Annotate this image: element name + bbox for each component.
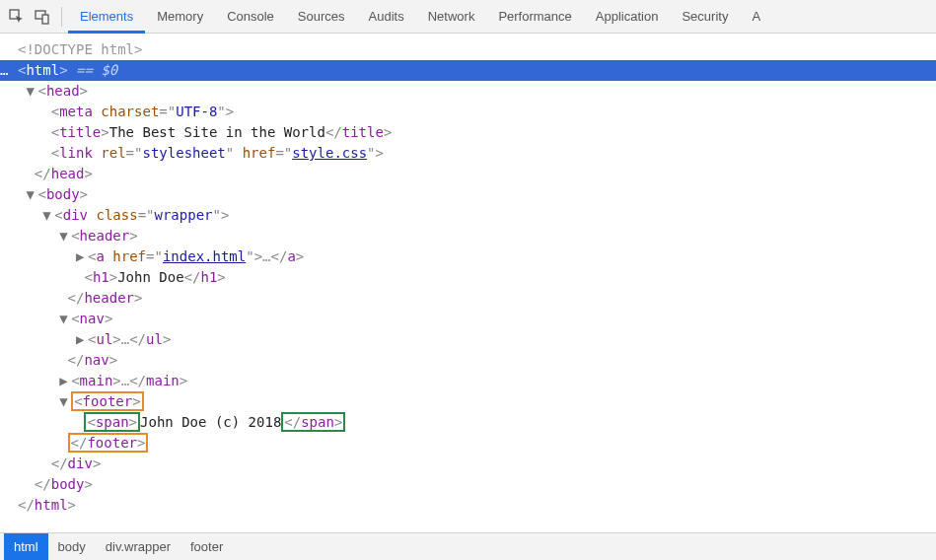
collapse-arrow-icon[interactable]: ▶ bbox=[59, 371, 71, 391]
tab-more[interactable]: A bbox=[740, 0, 772, 34]
a-element[interactable]: ▶<a href="index.html">…</a> bbox=[0, 246, 936, 267]
span-close-highlight: </span> bbox=[281, 412, 345, 432]
crumb-footer[interactable]: footer bbox=[180, 533, 233, 561]
tab-security[interactable]: Security bbox=[670, 0, 740, 34]
title-element[interactable]: <title>The Best Site in the World</title… bbox=[0, 122, 936, 143]
svg-rect-2 bbox=[42, 15, 48, 24]
head-close[interactable]: </head> bbox=[0, 164, 936, 184]
h1-element[interactable]: <h1>John Doe</h1> bbox=[0, 267, 936, 288]
tab-application[interactable]: Application bbox=[584, 0, 671, 34]
crumb-div-wrapper[interactable]: div.wrapper bbox=[96, 533, 180, 561]
footer-open-highlight: <footer> bbox=[71, 391, 143, 411]
breadcrumb-bar: html body div.wrapper footer bbox=[0, 532, 936, 560]
head-open[interactable]: ▼<head> bbox=[0, 81, 936, 102]
footer-close[interactable]: </footer> bbox=[0, 433, 936, 454]
expand-arrow-icon[interactable]: ▼ bbox=[59, 226, 71, 246]
main-element[interactable]: ▶<main>…</main> bbox=[0, 371, 936, 391]
meta-element[interactable]: <meta charset="UTF-8"> bbox=[0, 102, 936, 122]
tab-performance[interactable]: Performance bbox=[486, 0, 583, 34]
header-open[interactable]: ▼<header> bbox=[0, 226, 936, 246]
expand-arrow-icon[interactable]: ▼ bbox=[26, 81, 37, 102]
html-close[interactable]: </html> bbox=[0, 495, 936, 516]
footer-close-highlight: </footer> bbox=[68, 433, 149, 453]
div-wrapper-open[interactable]: ▼<div class="wrapper"> bbox=[0, 205, 936, 226]
nav-close[interactable]: </nav> bbox=[0, 350, 936, 371]
tab-network[interactable]: Network bbox=[416, 0, 487, 34]
dom-tree[interactable]: <!DOCTYPE html> <html> == $0 ▼<head> <me… bbox=[0, 34, 936, 532]
expand-arrow-icon[interactable]: ▼ bbox=[42, 205, 54, 226]
expand-arrow-icon[interactable]: ▼ bbox=[26, 184, 37, 205]
header-close[interactable]: </header> bbox=[0, 288, 936, 309]
link-element[interactable]: <link rel="stylesheet" href="style.css"> bbox=[0, 143, 936, 164]
expand-arrow-icon[interactable]: ▼ bbox=[59, 391, 71, 412]
tab-memory[interactable]: Memory bbox=[145, 0, 215, 34]
tab-audits[interactable]: Audits bbox=[357, 0, 416, 34]
tab-sources[interactable]: Sources bbox=[286, 0, 357, 34]
expand-arrow-icon[interactable]: ▼ bbox=[59, 309, 71, 329]
crumb-body[interactable]: body bbox=[48, 533, 96, 561]
span-open-highlight: <span> bbox=[84, 412, 140, 432]
doctype-line[interactable]: <!DOCTYPE html> bbox=[0, 39, 936, 60]
body-close[interactable]: </body> bbox=[0, 474, 936, 495]
tab-elements[interactable]: Elements bbox=[68, 0, 145, 34]
index-link[interactable]: index.html bbox=[163, 248, 246, 264]
div-close[interactable]: </div> bbox=[0, 454, 936, 474]
footer-open[interactable]: ▼<footer> bbox=[0, 391, 936, 412]
collapse-arrow-icon[interactable]: ▶ bbox=[76, 329, 88, 350]
crumb-html[interactable]: html bbox=[4, 533, 48, 561]
collapse-arrow-icon[interactable]: ▶ bbox=[76, 246, 88, 267]
device-toggle-icon[interactable] bbox=[30, 4, 55, 30]
toolbar-separator bbox=[61, 7, 62, 27]
html-element-selected[interactable]: <html> == $0 bbox=[0, 60, 936, 81]
devtools-toolbar: Elements Memory Console Sources Audits N… bbox=[0, 0, 936, 34]
panel-tabs: Elements Memory Console Sources Audits N… bbox=[68, 0, 772, 34]
ul-element[interactable]: ▶<ul>…</ul> bbox=[0, 329, 936, 350]
body-open[interactable]: ▼<body> bbox=[0, 184, 936, 205]
stylesheet-link[interactable]: style.css bbox=[292, 145, 367, 161]
span-element[interactable]: <span>John Doe (c) 2018</span> bbox=[0, 412, 936, 433]
inspect-icon[interactable] bbox=[4, 4, 30, 30]
nav-open[interactable]: ▼<nav> bbox=[0, 309, 936, 329]
tab-console[interactable]: Console bbox=[215, 0, 286, 34]
